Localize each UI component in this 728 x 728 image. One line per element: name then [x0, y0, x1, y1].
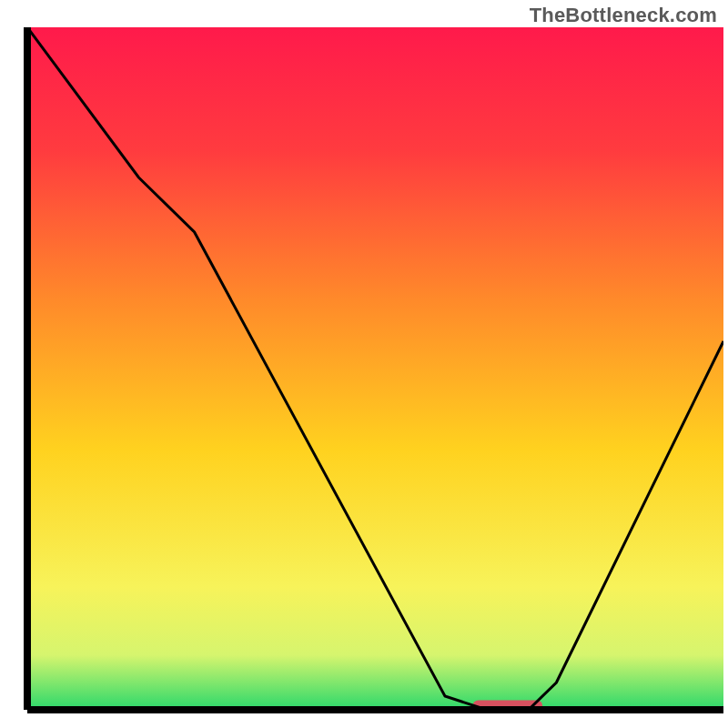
bottleneck-chart: [0, 0, 728, 728]
chart-container: TheBottleneck.com: [0, 0, 728, 728]
watermark-text: TheBottleneck.com: [530, 4, 717, 27]
gradient-background: [27, 27, 723, 710]
